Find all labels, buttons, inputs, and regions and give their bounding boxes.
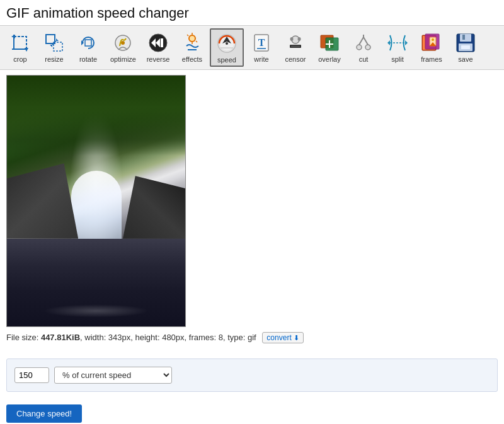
resize-icon [42,31,66,55]
tool-save[interactable]: save [449,28,482,66]
svg-rect-59 [461,45,470,49]
file-info: File size: 447.81KiB, width: 343px, heig… [6,332,498,343]
change-speed-button[interactable]: Change speed! [6,404,82,423]
effects-icon [180,31,204,55]
file-size: 447.81KiB [41,333,80,342]
frames-icon [420,31,444,55]
svg-point-42 [365,45,370,50]
svg-point-33 [290,37,293,41]
tool-frames-label: frames [421,55,442,63]
convert-down-icon: ⬇ [294,334,299,342]
svg-marker-48 [405,40,408,45]
svg-rect-11 [85,40,91,46]
rotate-icon [76,31,100,55]
svg-line-21 [187,35,188,36]
svg-point-13 [121,41,125,45]
reverse-icon [146,31,170,55]
main-content: File size: 447.81KiB, width: 343px, heig… [0,70,504,348]
tool-cut-label: cut [359,55,369,63]
svg-point-34 [297,37,301,41]
convert-label: convert [266,333,291,342]
file-info-prefix: File size: [6,333,41,342]
page-title: GIF animation speed changer [0,0,504,25]
censor-icon [284,31,307,55]
cut-icon [352,31,375,55]
tool-write-label: write [254,55,268,63]
tool-censor[interactable]: censor [279,28,312,66]
tool-rotate[interactable]: rotate [72,28,105,66]
tool-crop[interactable]: crop [4,28,37,66]
tool-cut[interactable]: cut [347,28,380,66]
save-icon [454,31,478,55]
svg-point-18 [189,35,195,42]
tool-resize-label: resize [45,55,63,63]
tool-split[interactable]: split [381,28,414,66]
tool-optimize[interactable]: optimize [106,28,140,66]
tool-optimize-label: optimize [110,55,136,63]
svg-line-43 [359,37,364,45]
svg-rect-56 [460,34,471,42]
svg-point-27 [226,42,228,45]
svg-marker-47 [387,40,390,45]
svg-rect-0 [14,37,26,49]
tool-resize[interactable]: resize [38,28,71,66]
tool-speed-label: speed [217,56,236,64]
tool-reverse[interactable]: reverse [142,28,175,66]
tool-overlay[interactable]: overlay [313,28,346,66]
gif-preview [6,75,186,327]
tool-save-label: save [458,55,472,63]
svg-rect-36 [291,46,300,47]
svg-point-41 [357,45,362,50]
svg-rect-57 [462,35,465,40]
convert-button[interactable]: convert ⬇ [262,332,303,343]
optimize-icon [111,31,135,55]
svg-point-53 [432,38,434,41]
rock-right [123,176,185,239]
bottom-section: % of current speed ms delay between fram… [0,358,504,424]
tool-frames[interactable]: frames [415,28,448,66]
water-pool [7,239,185,326]
tool-effects-label: effects [182,55,202,63]
tool-speed[interactable]: speed [210,28,244,67]
speed-input[interactable] [14,367,49,383]
svg-line-22 [196,41,197,42]
svg-marker-8 [56,38,59,41]
gif-preview-inner [7,76,185,326]
tool-effects[interactable]: effects [176,28,209,66]
split-icon [386,31,410,55]
crop-icon [8,31,32,55]
speed-icon [215,32,239,55]
write-icon: T [249,31,273,55]
speed-unit-select[interactable]: % of current speed ms delay between fram… [54,367,172,384]
speed-section: % of current speed ms delay between fram… [6,358,498,392]
tool-reverse-label: reverse [147,55,170,63]
tool-split-label: split [391,55,404,63]
tool-rotate-label: rotate [79,55,97,63]
svg-line-44 [364,37,368,45]
toolbar: crop resize rotate [0,25,504,70]
svg-marker-9 [50,45,52,47]
svg-rect-17 [161,38,163,47]
tool-censor-label: censor [285,55,306,63]
rock-left [7,163,78,238]
tool-write[interactable]: T write [245,28,278,66]
water-shine [43,304,150,318]
tool-overlay-label: overlay [318,55,340,63]
overlay-icon [318,31,341,55]
svg-text:T: T [258,37,265,48]
file-info-suffix: , width: 343px, height: 480px, frames: 8… [80,333,256,342]
tree-overlay [7,76,185,156]
tool-crop-label: crop [13,55,26,63]
